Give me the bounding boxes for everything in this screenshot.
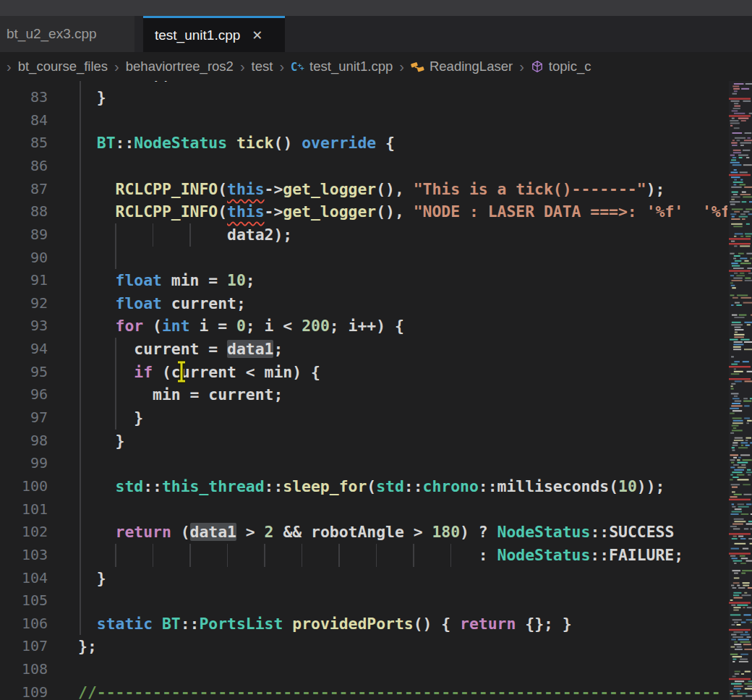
code-line-109[interactable]: //--------------------------------------…: [78, 681, 721, 700]
breadcrumb-item-test_unit1.cpp[interactable]: C + + test_unit1.cpp: [291, 59, 393, 74]
line-number[interactable]: 95: [0, 361, 48, 384]
line-number[interactable]: 91: [0, 269, 48, 292]
code-line-94[interactable]: current = data1;: [78, 338, 283, 361]
mouse-cursor-ibeam: [175, 360, 188, 383]
code-line-83[interactable]: }: [78, 86, 106, 109]
line-number[interactable]: 97: [0, 406, 48, 430]
line-number[interactable]: 84: [0, 109, 48, 132]
code-line-102[interactable]: return (data1 > 2 && robotAngle > 180) ?…: [78, 521, 674, 544]
code-line-107[interactable]: };: [78, 635, 97, 658]
breadcrumb-item-behaviortree_ros2[interactable]: behaviortree_ros2: [126, 59, 234, 74]
code-editor[interactable]: ");83 }8485 BT::NodeStatus tick() overri…: [0, 81, 727, 700]
word-highlight: data1: [190, 523, 236, 541]
breadcrumb-label: test: [252, 59, 273, 74]
code-line-103[interactable]: : NodeStatus::FAILURE;: [78, 544, 683, 567]
minimap[interactable]: [729, 81, 752, 700]
indent-guide: [302, 544, 303, 567]
line-number[interactable]: 108: [0, 658, 48, 681]
code-row: 85 BT::NodeStatus tick() override {: [0, 132, 727, 155]
code-line-88[interactable]: RCLCPP_INFO(this->get_logger(), "NODE : …: [78, 200, 727, 223]
chevron-right-icon: ›: [114, 59, 119, 75]
code-row: 84: [0, 109, 727, 132]
line-number[interactable]: 92: [0, 292, 48, 315]
code-row: 107};: [0, 635, 727, 658]
close-icon[interactable]: ✕: [252, 27, 262, 43]
code-line-85[interactable]: BT::NodeStatus tick() override {: [78, 132, 395, 155]
code-row: 89 data2);: [0, 223, 727, 247]
indent-guide: [115, 383, 116, 406]
class-symbol-icon: [411, 60, 424, 74]
line-number[interactable]: [0, 81, 48, 86]
breadcrumb: ›bt_course_files›behaviortree_ros2›test›…: [0, 52, 752, 81]
line-number[interactable]: 93: [0, 315, 48, 338]
breadcrumb-label: ReadingLaser: [430, 59, 513, 74]
code-line-97[interactable]: }: [78, 406, 143, 430]
indent-guide: [115, 406, 116, 430]
code-line-96[interactable]: min = current;: [78, 383, 283, 406]
breadcrumb-label: test_unit1.cpp: [309, 59, 393, 74]
titlebar: [0, 0, 752, 16]
line-number[interactable]: 88: [0, 200, 48, 223]
line-number[interactable]: 98: [0, 430, 48, 453]
code-row: 106 static BT::PortsList providedPorts()…: [0, 612, 727, 636]
line-number[interactable]: 90: [0, 247, 48, 270]
indent-guide: [115, 544, 116, 567]
code-row: 96 min = current;: [0, 383, 727, 406]
namespace-cube-icon: [531, 60, 544, 73]
code-row: 93 for (int i = 0; i < 200; i++) {: [0, 315, 727, 338]
code-row: 88 RCLCPP_INFO(this->get_logger(), "NODE…: [0, 200, 727, 223]
breadcrumb-item-ReadingLaser[interactable]: ReadingLaser: [411, 59, 513, 74]
indent-guide: [115, 223, 116, 247]
indent-guide: [115, 338, 116, 361]
tab-bt_u2_ex3-cpp[interactable]: bt_u2_ex3.cpp: [0, 16, 134, 52]
line-number[interactable]: 99: [0, 452, 48, 475]
code-line-92[interactable]: float current;: [78, 292, 246, 315]
tab-label: bt_u2_ex3.cpp: [7, 26, 97, 42]
code-row: 102 return (data1 > 2 && robotAngle > 18…: [0, 521, 727, 544]
tab-test_unit1-cpp[interactable]: test_unit1.cpp ✕: [143, 16, 285, 52]
breadcrumb-item-bt_course_files[interactable]: bt_course_files: [18, 59, 108, 74]
code-row: 99: [0, 452, 727, 475]
line-number[interactable]: 86: [0, 155, 48, 178]
line-number[interactable]: 103: [0, 544, 48, 567]
breadcrumb-item-topic_c[interactable]: topic_c: [531, 59, 591, 74]
chevron-right-icon: ›: [519, 59, 524, 75]
indent-guide: [227, 544, 228, 567]
breadcrumb-label: topic_c: [549, 59, 591, 74]
line-number[interactable]: 89: [0, 223, 48, 247]
line-number[interactable]: 87: [0, 178, 48, 201]
code-line-89[interactable]: data2);: [78, 223, 292, 247]
line-number[interactable]: 101: [0, 498, 48, 521]
line-number[interactable]: 109: [0, 681, 48, 700]
cpp-file-icon: C + +: [291, 60, 304, 74]
code-line-106[interactable]: static BT::PortsList providedPorts() { r…: [78, 612, 572, 636]
line-number[interactable]: 100: [0, 475, 48, 498]
code-row: 91 float min = 10;: [0, 269, 727, 292]
code-line-partial[interactable]: ");: [78, 81, 171, 86]
indent-guide: [153, 544, 154, 567]
code-line-91[interactable]: float min = 10;: [78, 269, 255, 292]
tab-label: test_unit1.cpp: [155, 27, 240, 43]
code-line-95[interactable]: if (current < min) {: [78, 361, 320, 384]
line-number[interactable]: 102: [0, 521, 48, 544]
code-row: 108: [0, 658, 727, 681]
code-line-87[interactable]: RCLCPP_INFO(this->get_logger(), "This is…: [78, 178, 665, 201]
code-line-93[interactable]: for (int i = 0; i < 200; i++) {: [78, 315, 404, 338]
line-number[interactable]: 83: [0, 86, 48, 109]
line-number[interactable]: 107: [0, 635, 48, 658]
code-line-98[interactable]: }: [78, 430, 124, 453]
code-line-100[interactable]: std::this_thread::sleep_for(std::chrono:…: [78, 475, 665, 498]
line-number[interactable]: 85: [0, 132, 48, 155]
code-line-104[interactable]: }: [78, 567, 106, 590]
line-number[interactable]: 104: [0, 567, 48, 590]
code-row: 86: [0, 155, 727, 178]
line-number[interactable]: 94: [0, 338, 48, 361]
line-number[interactable]: 106: [0, 612, 48, 636]
svg-text:+: +: [300, 64, 304, 72]
line-number[interactable]: 96: [0, 383, 48, 406]
code-row: 90: [0, 247, 727, 270]
line-number[interactable]: 105: [0, 589, 48, 612]
chevron-right-icon: ›: [240, 59, 245, 75]
code-row: 83 }: [0, 86, 727, 109]
breadcrumb-item-test[interactable]: test: [252, 59, 273, 74]
